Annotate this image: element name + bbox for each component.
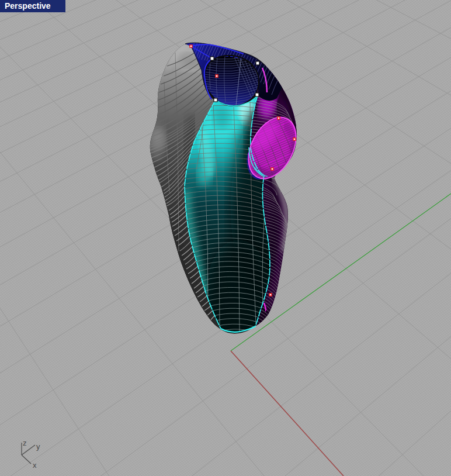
svg-text:z: z [23,439,27,447]
svg-text:y: y [36,442,40,451]
svg-text:x: x [33,461,37,470]
